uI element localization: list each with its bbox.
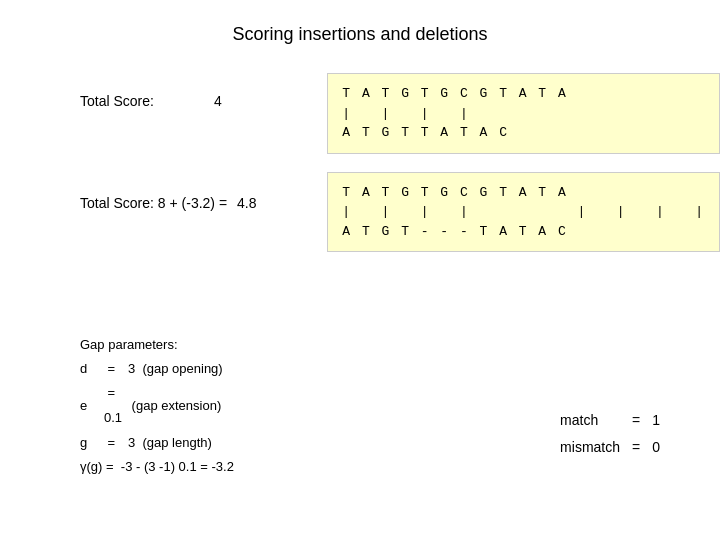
align1-line2: | | | | <box>342 104 705 124</box>
e-eq: = 0.1 <box>104 381 124 430</box>
match-val: 1 <box>652 408 660 433</box>
match-label: match <box>560 408 620 433</box>
g-rest: 3 (gap length) <box>128 431 234 456</box>
page-title: Scoring insertions and deletions <box>0 24 720 45</box>
alignment-box-2: T A T G T G C G T A T A | | | | | | | | … <box>327 172 720 253</box>
e-label: e <box>80 394 100 419</box>
mismatch-eq: = <box>632 435 640 460</box>
d-label: d <box>80 357 100 382</box>
gamma-label: γ(g) = -3 - (3 -1) 0.1 = -3.2 <box>80 455 234 480</box>
score1-label: Total Score: <box>80 93 154 109</box>
align2-line2: | | | | | | | | <box>342 202 705 222</box>
g-eq: = <box>104 431 124 456</box>
match-mismatch-box: match = 1 mismatch = 0 <box>560 408 660 460</box>
score1-value: 4 <box>214 93 222 109</box>
mismatch-val: 0 <box>652 435 660 460</box>
d-rest: 3 (gap opening) <box>128 357 234 382</box>
align1-line1: T A T G T G C G T A T A <box>342 84 705 104</box>
d-eq: = <box>104 357 124 382</box>
gap-params-table: d = 3 (gap opening) e = 0.1 (gap extensi… <box>80 357 234 480</box>
e-rest: (gap extension) <box>128 394 234 419</box>
align2-line3: A T G T - - - T A T A C <box>342 222 705 242</box>
gap-params-header: Gap parameters: <box>80 333 234 356</box>
match-mismatch-table: match = 1 mismatch = 0 <box>560 408 660 460</box>
score2-value: 4.8 <box>237 195 256 211</box>
score2-label: Total Score: 8 + (-3.2) = <box>80 195 227 211</box>
align1-line3: A T G T T A T A C <box>342 123 705 143</box>
g-label: g <box>80 431 100 456</box>
match-eq: = <box>632 408 640 433</box>
alignment-box-1: T A T G T G C G T A T A | | | | A T G T … <box>327 73 720 154</box>
align2-line1: T A T G T G C G T A T A <box>342 183 705 203</box>
gap-params-box: Gap parameters: d = 3 (gap opening) e = … <box>80 333 234 480</box>
mismatch-label: mismatch <box>560 435 620 460</box>
